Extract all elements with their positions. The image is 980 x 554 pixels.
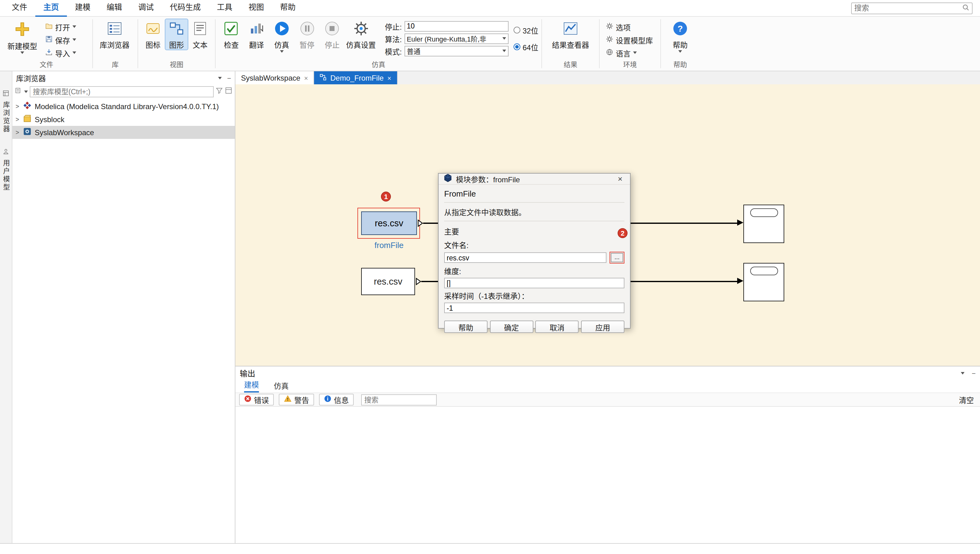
help-button[interactable]: ? 帮助: [664, 19, 696, 53]
clear-output-button[interactable]: 清空: [959, 394, 976, 405]
dialog-titlebar[interactable]: 模块参数：fromFile ×: [439, 174, 630, 185]
fromfile-block-label: fromFile: [357, 241, 421, 250]
translate-button[interactable]: 翻译: [244, 19, 269, 50]
expand-panel-icon[interactable]: [225, 87, 232, 96]
menu-view[interactable]: 视图: [240, 0, 272, 16]
pause-button[interactable]: 暂停: [294, 19, 319, 50]
scope-filter-icon[interactable]: [15, 87, 22, 96]
dimension-input[interactable]: [444, 278, 624, 288]
menu-edit[interactable]: 编辑: [99, 0, 130, 16]
simulation-settings-button[interactable]: 仿真设置: [345, 19, 377, 50]
check-button[interactable]: 检查: [219, 19, 244, 50]
scope-block-2[interactable]: [743, 263, 784, 301]
stop-icon: [324, 21, 340, 38]
search-icon[interactable]: [962, 3, 969, 13]
options-button[interactable]: 选项: [603, 21, 656, 33]
output-panel: 输出 − 建模 仿真 错误: [235, 366, 980, 543]
library-browser-button[interactable]: 库浏览器: [96, 19, 133, 50]
help-button[interactable]: 帮助: [444, 321, 487, 333]
info-filter-button[interactable]: 信息: [319, 394, 354, 406]
mode-select[interactable]: 普通: [404, 46, 508, 56]
output-tab-simulation[interactable]: 仿真: [274, 380, 289, 393]
menu-file[interactable]: 文件: [4, 0, 35, 16]
result-viewer-button[interactable]: 结果查看器: [546, 19, 595, 50]
ribbon-group-library: 库浏览器 库: [94, 17, 137, 71]
chevron-down-icon[interactable]: [24, 90, 28, 93]
bit64-radio[interactable]: 64位: [513, 42, 538, 52]
graphic-view-icon: [169, 21, 185, 38]
tree-item-sysblock[interactable]: > Sysblock: [13, 113, 235, 126]
info-icon: [324, 395, 331, 404]
save-button[interactable]: 保存: [42, 34, 79, 46]
sample-time-input[interactable]: [444, 303, 624, 313]
stop-button[interactable]: 停止: [320, 19, 345, 50]
ribbon-group-simulation: 检查 翻译 仿真 暂停 停止: [216, 17, 541, 71]
algorithm-label: 算法:: [381, 33, 402, 44]
library-search-input[interactable]: [30, 86, 214, 97]
menu-debug[interactable]: 调试: [130, 0, 162, 16]
stop-time-input[interactable]: [404, 21, 508, 31]
scope-display: [750, 208, 778, 217]
bitness-radios: 32位 64位: [513, 19, 538, 52]
activity-tab-library-browser[interactable]: 库浏览器: [1, 90, 11, 133]
close-icon[interactable]: ×: [304, 74, 308, 81]
menu-tools[interactable]: 工具: [209, 0, 240, 16]
expand-chevron-icon[interactable]: >: [15, 129, 20, 136]
output-port-icon: [416, 278, 421, 287]
diagram-canvas[interactable]: res.csv 1 fromFile res.csv 模块参数：from: [235, 84, 980, 366]
warning-icon: [284, 395, 292, 404]
text-view-button[interactable]: 文本: [188, 19, 212, 50]
filter-icon[interactable]: [216, 87, 223, 96]
error-filter-button[interactable]: 错误: [239, 394, 274, 406]
group-caption-file: 文件: [1, 60, 92, 71]
collapse-panel-icon[interactable]: −: [227, 74, 231, 81]
collapse-panel-icon[interactable]: −: [972, 369, 976, 377]
filename-input[interactable]: [444, 252, 606, 263]
syslab-workspace-icon: [23, 127, 32, 138]
result-viewer-icon: [563, 21, 579, 38]
close-icon[interactable]: ×: [615, 174, 625, 184]
tab-demo-fromfile[interactable]: Demo_FromFile ×: [314, 71, 398, 84]
graphic-view-button[interactable]: 图形: [165, 19, 188, 50]
close-icon[interactable]: ×: [388, 74, 391, 81]
menu-modeling[interactable]: 建模: [67, 0, 99, 16]
group-caption-library: 库: [94, 60, 137, 71]
block-parameters-dialog: 模块参数：fromFile × FromFile 从指定文件中读取数据。 主要 …: [438, 173, 631, 329]
tab-syslabworkspace[interactable]: SyslabWorkspace ×: [235, 71, 314, 84]
chevron-down-icon: [678, 50, 682, 53]
output-search-input[interactable]: [361, 394, 437, 405]
gear-icon: [353, 21, 369, 38]
scope-block-1[interactable]: [743, 204, 784, 243]
open-button[interactable]: 打开: [42, 21, 79, 33]
activity-tab-user-model[interactable]: 用户模型: [1, 148, 11, 192]
cancel-button[interactable]: 取消: [536, 321, 579, 333]
warning-filter-button[interactable]: 警告: [279, 394, 314, 406]
apply-button[interactable]: 应用: [581, 321, 624, 333]
menu-help[interactable]: 帮助: [272, 0, 304, 16]
panel-menu-icon[interactable]: [961, 372, 964, 374]
panel-menu-icon[interactable]: [218, 77, 221, 79]
icon-view-button[interactable]: 图标: [141, 19, 165, 50]
tree-item-syslabworkspace[interactable]: > SyslabWorkspace: [13, 126, 235, 139]
algorithm-select[interactable]: Euler (Runge-Kutta,1阶,非: [404, 33, 508, 44]
expand-chevron-icon[interactable]: >: [15, 116, 20, 123]
bit32-radio[interactable]: 32位: [513, 25, 538, 35]
ok-button[interactable]: 确定: [490, 321, 533, 333]
menu-codegen[interactable]: 代码生成: [162, 0, 209, 16]
group-caption-result: 结果: [542, 60, 598, 71]
menu-home[interactable]: 主页: [35, 0, 67, 16]
fromfile-block-2[interactable]: res.csv: [361, 268, 415, 295]
import-button[interactable]: 导入: [42, 46, 79, 59]
tree-item-modelica[interactable]: > Modelica (Modelica Standard Library-Ve…: [13, 100, 235, 113]
expand-chevron-icon[interactable]: >: [15, 103, 20, 110]
dimension-label: 维度:: [444, 263, 624, 278]
output-panel-title: 输出: [240, 367, 255, 379]
simulate-button[interactable]: 仿真: [269, 19, 294, 53]
output-tab-modeling[interactable]: 建模: [244, 379, 259, 393]
new-model-button[interactable]: 新建模型: [4, 19, 41, 54]
browse-button[interactable]: ...: [611, 253, 623, 262]
language-button[interactable]: 语言: [603, 46, 656, 59]
fromfile-block[interactable]: res.csv: [361, 211, 417, 235]
global-search-input[interactable]: [854, 4, 962, 13]
model-library-settings-button[interactable]: 设置模型库: [603, 34, 656, 46]
